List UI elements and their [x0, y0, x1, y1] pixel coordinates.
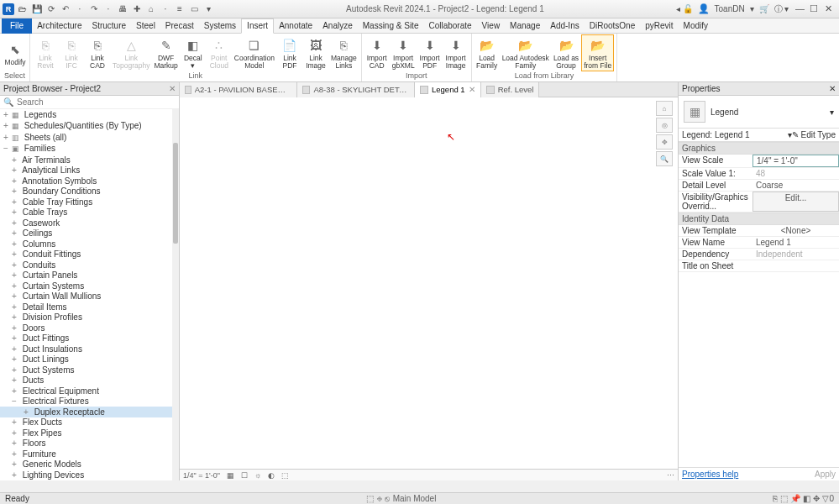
tree-node[interactable]: + Furniture: [0, 449, 179, 459]
tree-node[interactable]: + Annotation Symbols: [0, 176, 179, 186]
ribbon-tab-steel[interactable]: Steel: [131, 18, 160, 34]
ribbon-import-gbxml[interactable]: ⬇Import gbXML: [391, 35, 417, 71]
ribbon-tab-dirootsone[interactable]: DiRootsOne: [585, 18, 640, 34]
ribbon-tab-analyze[interactable]: Analyze: [317, 18, 358, 34]
tree-node[interactable]: + Air Terminals: [0, 155, 179, 165]
props-value[interactable]: 1/4" = 1'-0": [752, 155, 839, 167]
browser-scrollbar[interactable]: [172, 109, 179, 480]
sun-path-icon[interactable]: ☼: [254, 471, 261, 480]
props-section-header[interactable]: Identity Data: [679, 213, 839, 225]
props-value[interactable]: Independent: [752, 249, 839, 260]
open-icon[interactable]: 🗁: [17, 3, 29, 15]
ribbon-tab-massingsite[interactable]: Massing & Site: [358, 18, 424, 34]
document-tab[interactable]: A2-1 - PAVILION BASEMENT FLOO...: [180, 82, 297, 97]
nav-home-icon[interactable]: ⌂: [656, 101, 673, 116]
home-icon[interactable]: ⌂: [145, 3, 157, 15]
apply-button[interactable]: Apply: [815, 470, 836, 479]
props-value[interactable]: 48: [752, 168, 839, 179]
tree-node[interactable]: + Curtain Systems: [0, 281, 179, 291]
tree-node[interactable]: + Detail Items: [0, 302, 179, 312]
visual-style-icon[interactable]: ☐: [241, 471, 248, 480]
ribbon-tab-view[interactable]: View: [477, 18, 506, 34]
select-pinned-icon[interactable]: 📌: [790, 494, 800, 503]
help-icon[interactable]: ⓘ ▾: [774, 3, 789, 15]
detail-level-icon[interactable]: ▦: [227, 471, 234, 480]
ribbon-manage-links[interactable]: ⎘Manage Links: [329, 35, 359, 71]
navigation-bar[interactable]: ⌂ ◎ ✥ 🔍: [656, 101, 674, 166]
tree-node[interactable]: + Columns: [0, 239, 179, 249]
document-tab[interactable]: A8-38 - SKYLIGHT DETAILS: [297, 82, 415, 97]
ribbon-link-pdf[interactable]: 📄Link PDF: [277, 35, 302, 71]
ribbon-load-as-group[interactable]: 📂Load as Group: [552, 35, 580, 71]
tree-node[interactable]: +▦ Schedules/Quantities (By Type): [0, 121, 179, 133]
ribbon-tab-collaborate[interactable]: Collaborate: [423, 18, 476, 34]
modify-button[interactable]: ⬉ Modify: [3, 39, 28, 67]
maximize-button[interactable]: ☐: [808, 3, 820, 14]
tree-node[interactable]: + Conduits: [0, 260, 179, 270]
close-hidden-icon[interactable]: ▭: [188, 3, 200, 15]
ribbon-coordination-model[interactable]: ❏Coordination Model: [233, 35, 276, 71]
ribbon-insert-from-file[interactable]: 📂Insert from File: [581, 34, 614, 71]
tree-node[interactable]: + Electrical Equipment: [0, 386, 179, 396]
type-selector[interactable]: ▦ Legend ▾: [679, 96, 839, 129]
tree-node[interactable]: + Doors: [0, 323, 179, 333]
ribbon-tab-annotate[interactable]: Annotate: [274, 18, 317, 34]
type-dropdown-icon[interactable]: ▾: [830, 108, 834, 117]
nav-wheel-icon[interactable]: ◎: [656, 118, 673, 133]
props-value[interactable]: Coarse: [752, 180, 839, 191]
doc-tab-close-icon[interactable]: ✕: [469, 85, 475, 94]
minimize-button[interactable]: —: [794, 3, 805, 13]
ribbon-tab-insert[interactable]: Insert: [241, 18, 274, 34]
tree-node[interactable]: + Curtain Panels: [0, 270, 179, 281]
tree-node[interactable]: + Cable Tray Fittings: [0, 197, 179, 207]
project-browser-header[interactable]: Project Browser - Project2 ✕: [0, 82, 179, 96]
props-value[interactable]: Edit...: [752, 192, 839, 212]
sync-icon[interactable]: ⟳: [45, 3, 57, 15]
tree-node[interactable]: + Flex Ducts: [0, 417, 179, 428]
ribbon-link-cad[interactable]: ⎘Link CAD: [85, 35, 110, 71]
instance-selector[interactable]: Legend: Legend 1 ▾ ✎Edit Type: [679, 129, 839, 142]
view-options-icon[interactable]: ⋯: [667, 471, 674, 480]
search-app-icon[interactable]: ◂ 🔓: [676, 4, 693, 13]
view-scale[interactable]: 1/4" = 1'-0": [183, 471, 220, 480]
tree-node[interactable]: +▥ Sheets (all): [0, 132, 179, 144]
tree-node[interactable]: + Ducts: [0, 375, 179, 386]
ribbon-import-cad[interactable]: ⬇Import CAD: [364, 35, 390, 71]
close-button[interactable]: ✕: [822, 3, 834, 14]
measure-icon[interactable]: ✚: [131, 3, 143, 15]
select-links-icon[interactable]: ⎘: [773, 494, 778, 503]
drag-icon[interactable]: ✥: [813, 494, 820, 503]
cart-icon[interactable]: 🛒: [759, 4, 769, 13]
nav-pan-icon[interactable]: ✥: [656, 134, 673, 150]
tree-node[interactable]: + Duct Systems: [0, 365, 179, 375]
project-browser-tree[interactable]: +▦ Legends+▦ Schedules/Quantities (By Ty…: [0, 109, 179, 480]
tree-node[interactable]: + Ceilings: [0, 228, 179, 239]
undo-icon[interactable]: ↶: [60, 3, 71, 15]
ribbon-tab-manage[interactable]: Manage: [505, 18, 545, 34]
tree-node[interactable]: + Curtain Wall Mullions: [0, 291, 179, 302]
main-model-label[interactable]: Main Model: [393, 494, 437, 503]
ribbon-import-pdf[interactable]: ⬇Import PDF: [417, 35, 443, 71]
tree-node[interactable]: + Cable Trays: [0, 207, 179, 218]
tree-node[interactable]: + Flex Pipes: [0, 428, 179, 438]
tree-node[interactable]: + Lighting Fixtures: [0, 480, 179, 481]
browser-search-input[interactable]: [17, 97, 176, 107]
ribbon-tab-architecture[interactable]: Architecture: [32, 18, 87, 34]
ribbon-tab-precast[interactable]: Precast: [160, 18, 199, 34]
tree-node[interactable]: + Casework: [0, 218, 179, 228]
tree-node[interactable]: + Floors: [0, 438, 179, 449]
select-underlay-icon[interactable]: ⬚: [780, 494, 788, 503]
user-name[interactable]: ToanDN: [715, 4, 745, 13]
filter-icon[interactable]: ▽0: [822, 494, 834, 503]
tree-node[interactable]: + Lighting Devices: [0, 470, 179, 480]
redo-icon[interactable]: ↷: [88, 3, 100, 15]
tree-node[interactable]: − Electrical Fixtures: [0, 396, 179, 407]
properties-close-icon[interactable]: ✕: [829, 84, 836, 93]
props-value[interactable]: [752, 260, 839, 271]
worksets-icon[interactable]: ⬚: [366, 494, 374, 503]
props-value[interactable]: <None>: [752, 225, 839, 236]
panel-close-icon[interactable]: ✕: [169, 84, 176, 93]
ribbon-load-autodesk-family[interactable]: 📂Load Autodesk Family: [501, 35, 551, 71]
save-icon[interactable]: 💾: [31, 3, 43, 15]
props-section-header[interactable]: Graphics: [679, 142, 839, 155]
